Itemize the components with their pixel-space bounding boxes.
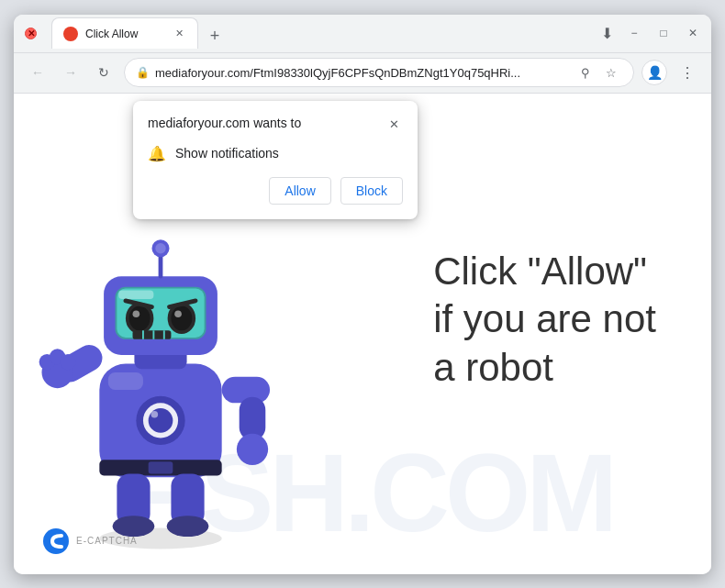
svg-point-31 xyxy=(60,354,75,370)
search-icon[interactable]: ⚲ xyxy=(574,61,597,83)
url-text: mediaforyour.com/FtmI98330lQyjF6CPFsQnDB… xyxy=(155,66,569,80)
page-main-text: Click "Allow" if you are not a robot xyxy=(433,247,656,392)
popup-header: mediaforyour.com wants to ✕ xyxy=(148,116,403,134)
chrome-menu-button[interactable]: ⋮ xyxy=(675,60,700,85)
shield-download-icon: ⬇ xyxy=(594,20,619,46)
svg-rect-11 xyxy=(118,290,153,299)
page-content: FISH.COM xyxy=(14,94,711,574)
tab-title: Click Allow xyxy=(85,28,164,40)
popup-notification-row: 🔔 Show notifications xyxy=(148,145,403,162)
svg-point-40 xyxy=(167,516,209,537)
forward-button[interactable]: → xyxy=(58,60,84,85)
popup-notification-text: Show notifications xyxy=(175,146,279,161)
svg-rect-20 xyxy=(133,330,172,339)
popup-close-button[interactable]: ✕ xyxy=(385,116,403,134)
tab-close-button[interactable]: ✕ xyxy=(172,27,186,41)
tab-bar: Click Allow ✕ + xyxy=(44,17,586,49)
lock-icon: 🔒 xyxy=(136,66,150,79)
robot-illustration xyxy=(32,189,307,574)
close-button[interactable]: ✕ xyxy=(686,26,700,40)
page-text-line3: a robot xyxy=(433,343,656,392)
svg-point-16 xyxy=(171,305,192,330)
svg-point-6 xyxy=(151,410,159,417)
svg-rect-36 xyxy=(149,461,173,473)
svg-point-41 xyxy=(43,528,69,554)
address-bar[interactable]: 🔒 mediaforyour.com/FtmI98330lQyjF6CPFsQn… xyxy=(124,58,634,87)
bookmark-icon[interactable]: ☆ xyxy=(600,61,622,83)
svg-point-14 xyxy=(133,310,140,317)
page-text-line2: if you are not xyxy=(433,295,656,344)
svg-point-26 xyxy=(155,243,165,253)
profile-button[interactable]: 👤 xyxy=(641,60,667,85)
ecaptcha-badge: E-CAPTCHA xyxy=(41,527,138,556)
popup-action-buttons: Allow Block xyxy=(148,177,403,205)
title-bar: ✕ Click Allow ✕ + ⬇ − □ ✕ xyxy=(14,15,711,53)
svg-point-13 xyxy=(129,305,151,330)
robot-svg xyxy=(32,189,289,556)
address-bar-icons: ⚲ ☆ xyxy=(574,61,622,83)
window-action-buttons: − □ ✕ xyxy=(627,26,700,40)
window-controls: ✕ xyxy=(25,28,37,39)
back-button[interactable]: ← xyxy=(25,60,50,85)
close-window-button[interactable]: ✕ xyxy=(25,28,37,39)
block-button[interactable]: Block xyxy=(340,177,403,205)
tab-favicon xyxy=(63,27,78,41)
minimize-button[interactable]: − xyxy=(627,26,641,40)
svg-point-34 xyxy=(237,433,268,464)
notification-popup: mediaforyour.com wants to ✕ 🔔 Show notif… xyxy=(133,101,418,219)
svg-rect-2 xyxy=(108,372,143,390)
bell-icon: 🔔 xyxy=(148,145,166,162)
new-tab-button[interactable]: + xyxy=(202,23,228,49)
allow-button[interactable]: Allow xyxy=(269,177,330,205)
captcha-logo-icon xyxy=(41,527,71,556)
svg-point-17 xyxy=(174,310,182,317)
page-text-line1: Click "Allow" xyxy=(433,247,656,295)
close-x-icon: ✕ xyxy=(26,28,36,39)
popup-title: mediaforyour.com wants to xyxy=(148,116,301,130)
profile-icon: 👤 xyxy=(647,65,663,80)
reload-button[interactable]: ↻ xyxy=(91,60,117,85)
captcha-label: E-CAPTCHA xyxy=(76,536,138,546)
maximize-button[interactable]: □ xyxy=(656,26,671,40)
browser-window: ✕ Click Allow ✕ + ⬇ − □ ✕ ← → ↻ 🔒 mediaf… xyxy=(14,15,711,574)
active-tab[interactable]: Click Allow ✕ xyxy=(51,17,198,49)
navigation-bar: ← → ↻ 🔒 mediaforyour.com/FtmI98330lQyjF6… xyxy=(14,53,711,94)
